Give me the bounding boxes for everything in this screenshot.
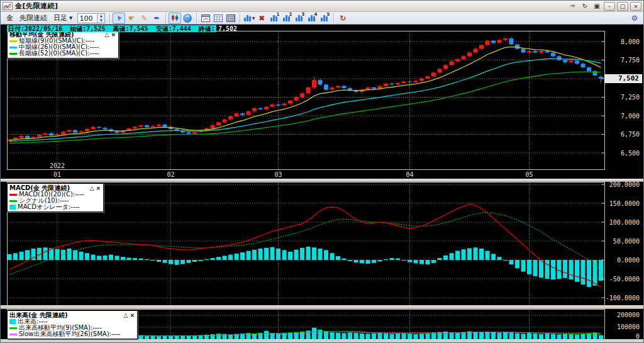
chevron-down-icon: ▼ (252, 16, 255, 20)
cursor-icon: ➤ (114, 13, 124, 23)
legend-close-button[interactable]: × (95, 185, 101, 191)
refresh-button[interactable]: ↻ (336, 13, 349, 24)
spinner-arrows[interactable]: ▲ ▼ (97, 14, 104, 23)
copy-icon[interactable]: ▣ (592, 2, 602, 11)
ohlc-info-cyan: 日付:2022/05/16 始値:7,525 高値:7,545 安値:7,444… (7, 25, 216, 32)
legend-collapse-button[interactable]: △ (104, 31, 110, 38)
last-price-badge: 7,502 (604, 74, 642, 83)
toolbar-separator (196, 13, 197, 23)
period-dropdown[interactable]: 日足 ▼ (52, 13, 74, 23)
dense-grid-button[interactable] (225, 13, 237, 24)
pin-icon[interactable]: ✑ (568, 2, 578, 11)
svg-text:05: 05 (525, 171, 533, 178)
legend-swatch (9, 319, 16, 324)
draw-pencil-button[interactable]: ✎ (138, 13, 150, 24)
chart-layout-4-button[interactable]: 4 (306, 13, 318, 24)
bar-chart-icon (243, 14, 252, 22)
legend-swatch (9, 334, 17, 335)
candlestick-chart-button[interactable] (169, 13, 181, 24)
select-cursor-button[interactable]: ➤ (113, 13, 125, 24)
svg-text:150.0000: 150.0000 (609, 200, 640, 207)
toolbar-separator (240, 13, 240, 23)
svg-text:03: 03 (274, 171, 282, 178)
legend-item: MACDオシレータ:---- (9, 204, 101, 210)
legend-swatch (9, 327, 17, 329)
dense-grid-icon (226, 14, 235, 22)
new-window-button[interactable] (199, 13, 212, 24)
svg-text:8,000: 8,000 (621, 38, 640, 45)
sync-icon[interactable]: ↻ (580, 2, 590, 11)
legend-item-label: 長期線(52)(0)(SMA)(C):---- (19, 50, 99, 57)
draw-pen-button[interactable]: ✒ (150, 13, 163, 24)
chart-layout-1-button[interactable]: 1 (268, 13, 280, 24)
info-close: 7,502 (216, 25, 237, 32)
bar-count-spinner[interactable]: 100 ▲ ▼ (77, 13, 105, 23)
minimize-button[interactable]: – (604, 2, 615, 11)
scroll-latest-button[interactable]: ^ (181, 13, 194, 24)
ma-legend[interactable]: 移動平均(金 先限連続)△×短期線(9)(0)(SMA)(C):----中期線(… (7, 30, 119, 59)
candlestick-icon (170, 14, 179, 22)
legend-swatch (9, 40, 17, 42)
legend-collapse-button[interactable]: △ (89, 185, 95, 191)
toolbar-separator (165, 13, 166, 23)
grid-button[interactable] (212, 13, 225, 24)
window-title-bar[interactable]: 金[先限連続] ✑ ↻ ▣ – □ × (1, 1, 643, 12)
app-icon (3, 2, 13, 10)
legend-item: Slow出来高移動平均(26)(SMA):---- (9, 331, 135, 337)
macd-legend[interactable]: MACD(金 先限連続)△×MACD(10)(20)(C):----シグナル(1… (7, 183, 104, 212)
window-title: 金[先限連続] (15, 1, 58, 11)
toolbar-separator (109, 13, 110, 23)
legend-item-label: MACDオシレータ:---- (18, 204, 80, 210)
bar-count-value[interactable]: 100 (78, 14, 97, 23)
legend-swatch (9, 194, 17, 196)
spinner-down-icon[interactable]: ▼ (97, 18, 104, 23)
remove-indicator-button[interactable]: ✖ (255, 13, 268, 24)
up-circle-icon: ^ (183, 14, 192, 23)
panel-separator[interactable] (1, 305, 643, 309)
close-button[interactable]: × (630, 2, 641, 11)
symbol-label: 金 (6, 13, 13, 23)
legend-item-label: Slow出来高移動平均(26)(SMA):---- (19, 331, 120, 337)
volume-legend[interactable]: 出来高(金 先限連続)△×出来高:----出来高移動平均(9)(SMA):---… (7, 310, 138, 339)
chart-layout-5-button[interactable]: 5 (318, 13, 331, 24)
toolbar-separator (333, 13, 334, 23)
svg-text:200.0000: 200.0000 (609, 181, 640, 188)
series-label[interactable]: 先限連続 (19, 13, 47, 23)
settings-wrench-button[interactable]: ⚙ (628, 13, 641, 24)
svg-text:7,750: 7,750 (621, 57, 640, 64)
legend-close-button[interactable]: × (129, 312, 135, 318)
grid-icon (214, 14, 223, 22)
bar-chart-2-icon: 2 (282, 14, 291, 22)
pen-icon: ✒ (153, 14, 160, 23)
application-window: 金[先限連続] ✑ ↻ ▣ – □ × 金 先限連続 日足 ▼ 100 ▲ ▼ … (0, 0, 644, 343)
svg-text:04: 04 (406, 171, 413, 178)
maximize-button[interactable]: □ (617, 2, 628, 11)
new-window-icon (201, 14, 210, 22)
period-value: 日足 (53, 13, 67, 23)
legend-swatch (9, 200, 17, 202)
legend-swatch (9, 47, 17, 48)
legend-collapse-button[interactable]: △ (123, 312, 129, 318)
chart-area: 202201020304058,0007,7507,2507,0006,7506… (1, 25, 643, 342)
spinner-up-icon[interactable]: ▲ (97, 14, 104, 18)
pencil-icon: ✎ (141, 14, 147, 23)
svg-text:6,750: 6,750 (621, 131, 640, 138)
chart-layout-3-button[interactable]: 3 (293, 13, 306, 24)
svg-text:50.0000: 50.0000 (613, 238, 640, 245)
bar-chart-5-icon: 5 (320, 14, 329, 22)
panel-separator[interactable] (1, 179, 643, 182)
refresh-icon: ↻ (340, 14, 346, 23)
svg-text:6,500: 6,500 (621, 150, 640, 157)
chart-layout-2-button[interactable]: 2 (280, 13, 293, 24)
legend-close-button[interactable]: × (110, 31, 116, 38)
pan-hand-button[interactable]: ☛ (125, 13, 138, 24)
indicator-dropdown-button[interactable]: ▼ (243, 13, 255, 24)
info-open: 7,525 (86, 25, 105, 32)
svg-text:-100.0000: -100.0000 (606, 295, 640, 301)
hand-icon: ☛ (128, 14, 135, 23)
info-high: 7,545 (130, 25, 148, 32)
svg-text:100.0000: 100.0000 (609, 219, 640, 226)
red-x-icon: ✖ (258, 14, 265, 23)
ohlc-info-bar: 日付:2022/05/16 始値:7,525 高値:7,545 安値:7,444… (7, 25, 237, 32)
svg-text:01: 01 (53, 171, 61, 178)
